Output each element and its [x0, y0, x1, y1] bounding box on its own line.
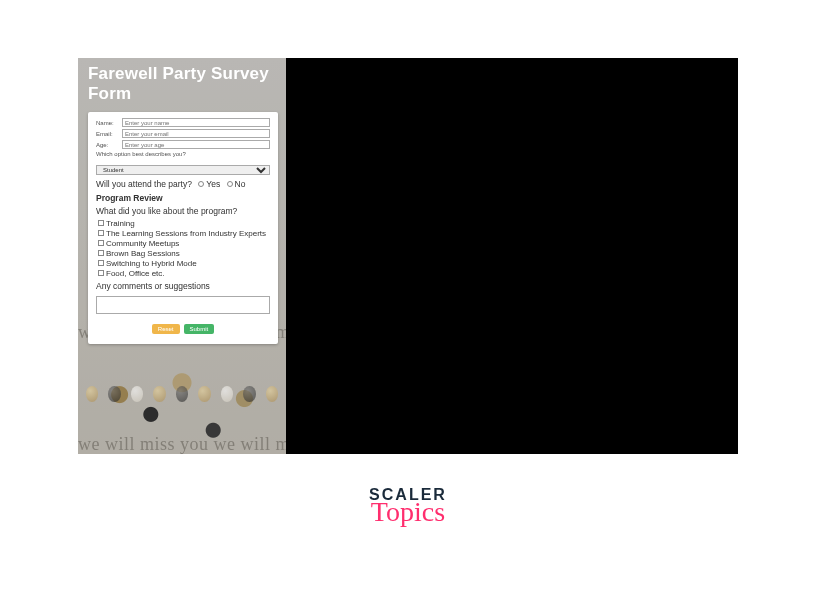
comments-textarea[interactable] — [96, 296, 270, 314]
attend-no-label: No — [235, 179, 246, 189]
checkbox-icon — [98, 260, 104, 266]
age-label: Age: — [96, 142, 118, 148]
describe-select[interactable]: Student — [96, 165, 270, 175]
radio-icon — [198, 181, 204, 187]
checkbox-icon — [98, 220, 104, 226]
form-column: we will miss you we will miss you we wil… — [78, 58, 286, 454]
logo-topics: Topics — [0, 496, 816, 528]
age-row: Age: — [96, 140, 270, 149]
email-label: Email: — [96, 131, 118, 137]
describe-label: Which option best describes you? — [96, 151, 270, 157]
like-option-label: Switching to Hybrid Mode — [106, 259, 197, 268]
like-option[interactable]: Community Meetups — [98, 239, 270, 248]
name-input[interactable] — [122, 118, 270, 127]
reset-button[interactable]: Reset — [152, 324, 180, 334]
like-option-label: The Learning Sessions from Industry Expe… — [106, 229, 266, 238]
attend-yes[interactable]: Yes — [198, 179, 220, 189]
comments-label: Any comments or suggestions — [96, 281, 270, 291]
like-question: What did you like about the program? — [96, 206, 270, 216]
age-input[interactable] — [122, 140, 270, 149]
like-option-label: Brown Bag Sessions — [106, 249, 180, 258]
form-title: Farewell Party Survey Form — [78, 58, 286, 112]
submit-button[interactable]: Submit — [184, 324, 215, 334]
checkbox-icon — [98, 250, 104, 256]
attend-no[interactable]: No — [227, 179, 246, 189]
checkbox-icon — [98, 230, 104, 236]
like-option[interactable]: The Learning Sessions from Industry Expe… — [98, 229, 270, 238]
button-row: Reset Submit — [96, 324, 270, 334]
bg-script-text: we will miss you we will miss you we wil… — [78, 434, 286, 454]
balloon-row — [78, 358, 286, 402]
survey-card: Name: Email: Age: Which option best desc… — [88, 112, 278, 344]
attend-yes-label: Yes — [206, 179, 220, 189]
radio-icon — [227, 181, 233, 187]
email-row: Email: — [96, 129, 270, 138]
attend-question: Will you attend the party? Yes No — [96, 179, 270, 189]
like-option[interactable]: Training — [98, 219, 270, 228]
screenshot-stage: we will miss you we will miss you we wil… — [78, 58, 738, 454]
email-input[interactable] — [122, 129, 270, 138]
checkbox-icon — [98, 270, 104, 276]
like-option-label: Training — [106, 219, 135, 228]
like-option[interactable]: Switching to Hybrid Mode — [98, 259, 270, 268]
attend-question-text: Will you attend the party? — [96, 179, 192, 189]
like-option-label: Food, Office etc. — [106, 269, 165, 278]
like-option-label: Community Meetups — [106, 239, 179, 248]
like-option[interactable]: Food, Office etc. — [98, 269, 270, 278]
like-option[interactable]: Brown Bag Sessions — [98, 249, 270, 258]
checkbox-icon — [98, 240, 104, 246]
footer-logo: SCALER Topics — [0, 486, 816, 528]
review-heading: Program Review — [96, 193, 270, 203]
name-row: Name: — [96, 118, 270, 127]
name-label: Name: — [96, 120, 118, 126]
